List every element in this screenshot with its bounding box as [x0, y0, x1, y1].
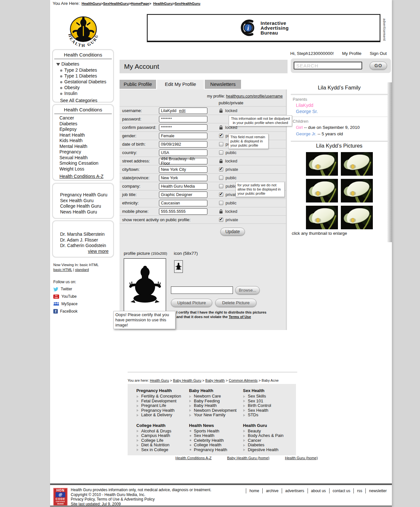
sidebar-subitem[interactable]: Type 2 Diabetes [60, 67, 113, 73]
condition-link[interactable]: Sexual Health [59, 155, 113, 161]
sitemap-link[interactable]: STDs [243, 413, 296, 418]
health-conditions-az-footer-link[interactable]: Health Conditions A-Z [175, 456, 212, 460]
hon-code-badge[interactable]: HON @ CODE CERTIFIED 06/2009 [53, 488, 68, 506]
condition-link[interactable]: Cancer [59, 115, 113, 121]
picture-thumbnail[interactable] [341, 179, 373, 202]
condition-link[interactable]: Mental Health [59, 144, 113, 150]
sitemap-link[interactable]: Sex Health [243, 408, 296, 413]
picture-thumbnail[interactable] [306, 206, 338, 229]
field-input[interactable]: LilaKydd edit [159, 108, 207, 114]
see-all-categories-link[interactable]: See All Categories [60, 98, 97, 103]
field-input[interactable]: 09/09/1982 [159, 141, 207, 148]
profile-icon[interactable] [174, 260, 183, 273]
guru-site-link[interactable]: News Health Guru [60, 209, 113, 215]
baby-health-guru-home-link[interactable]: Baby Health Guru (home) [227, 456, 269, 460]
privacy-checkbox[interactable] [219, 184, 223, 188]
privacy-checkbox[interactable] [219, 142, 223, 146]
profile-picture[interactable] [124, 258, 166, 314]
sitemap-link[interactable]: Baby Feeding [189, 399, 243, 404]
sitemap-breadcrumb-link[interactable]: Health Guru [150, 378, 169, 382]
tab-edit-my-profile[interactable]: Edit My Profile [157, 80, 204, 89]
privacy-checkbox[interactable] [219, 167, 223, 171]
field-input[interactable]: USA [159, 150, 207, 156]
sitemap-link[interactable]: Diet & Nutrition [136, 443, 189, 448]
sitemap-link[interactable]: Your New Family [189, 413, 243, 418]
sitemap-link[interactable]: Diabetes [243, 443, 296, 448]
expand-triangle-icon[interactable] [56, 63, 60, 66]
doctor-link[interactable]: Dr. Adam J. Flisser [60, 237, 113, 243]
field-input[interactable]: Graphic Designer [159, 191, 207, 198]
sidebar-subitem[interactable]: Insulin [60, 90, 113, 96]
update-button[interactable]: Update [220, 228, 245, 236]
sitemap-link[interactable]: Sex Skills [243, 394, 296, 399]
picture-thumbnail[interactable] [341, 206, 373, 229]
condition-link[interactable]: Pregnancy [59, 149, 113, 155]
field-input[interactable]: New York City [159, 166, 207, 173]
profile-url-link[interactable]: healthguru.com/profile/username [226, 94, 283, 98]
sitemap-link[interactable]: Celebrity Health [189, 438, 243, 443]
tab-public-profile[interactable]: Public Profile [120, 80, 156, 89]
family-member-george-jr[interactable]: George Jr. [296, 131, 316, 136]
sitemap-link[interactable]: Newborn Care [189, 394, 243, 399]
doctor-link[interactable]: Dr. Catherin Goodstein [60, 243, 113, 249]
guru-site-link[interactable]: Pregnancy Health Guru [60, 192, 113, 198]
standard-link[interactable]: standard [75, 268, 89, 272]
picture-file-input[interactable] [171, 286, 233, 294]
footer-nav-link[interactable]: home [246, 488, 262, 493]
condition-link[interactable]: Heart Health [59, 132, 113, 138]
sidebar-subitem[interactable]: Type 1 Diabetes [60, 73, 113, 79]
condition-link[interactable]: Kids Health [59, 138, 113, 144]
sidebar-subitem[interactable]: Obesity [60, 85, 113, 90]
privacy-checkbox[interactable] [219, 192, 223, 197]
edit-link[interactable]: edit [179, 109, 185, 113]
picture-thumbnail[interactable] [306, 179, 338, 202]
sitemap-link[interactable]: Cancer [243, 438, 296, 443]
view-more-link[interactable]: view more [53, 249, 113, 254]
breadcrumb-link[interactable]: SexHealthGuru [103, 2, 129, 5]
upload-picture-button[interactable]: Upload Picture [171, 299, 212, 307]
field-input[interactable]: 555.555.5555 [159, 208, 207, 215]
sitemap-link[interactable]: Fertility & Conception [136, 394, 189, 399]
myspace-link[interactable]: MySpace [53, 301, 78, 306]
picture-thumbnail[interactable] [306, 152, 338, 176]
sitemap-link[interactable]: Fetal Development [136, 399, 189, 404]
browse-button[interactable]: Browse... [235, 286, 260, 295]
condition-link[interactable]: Epilepsy [59, 127, 113, 132]
guru-site-link[interactable]: College Health Guru [60, 203, 113, 209]
sign-out-link[interactable]: Sign Out [370, 51, 387, 56]
field-input[interactable]: Health Guru Media [159, 183, 207, 190]
field-input[interactable]: Female [159, 133, 207, 139]
delete-picture-button[interactable]: Delete Picture [215, 299, 257, 307]
twitter-link[interactable]: Twitter [53, 286, 78, 292]
field-input[interactable]: New York [159, 175, 207, 181]
tab-newsletters[interactable]: Newsletters [205, 80, 241, 89]
condition-link[interactable]: Diabetes [59, 121, 113, 127]
breadcrumb-link[interactable]: HealthGuru [82, 2, 101, 5]
sitemap-link[interactable]: College Life [136, 438, 189, 443]
breadcrumb-link[interactable]: SexHealthGuru [175, 2, 200, 5]
field-input[interactable]: ******* [159, 124, 207, 131]
sitemap-breadcrumb-link[interactable]: Baby Health [205, 378, 225, 382]
sitemap-link[interactable]: Baby Health [189, 403, 243, 408]
sitemap-link[interactable]: Newborn Development [189, 408, 243, 413]
facebook-link[interactable]: f FaceBook [53, 309, 78, 314]
footer-nav-link[interactable]: archive [262, 488, 282, 493]
sitemap-link[interactable]: Labor & Delivery [136, 413, 189, 418]
sitemap-link[interactable]: Sex Health [189, 433, 243, 438]
field-input[interactable]: Caucasian [159, 200, 207, 206]
sitemap-link[interactable]: Digestive Health [243, 448, 296, 452]
sitemap-link[interactable]: Beauty [243, 429, 296, 434]
doctor-link[interactable]: Dr. Marsha Silberstein [60, 232, 113, 237]
field-input[interactable]: 494 Broadway--4th Floor [159, 158, 207, 164]
footer-nav-link[interactable]: rss [353, 488, 365, 493]
privacy-checkbox[interactable] [219, 218, 223, 222]
footer-nav-link[interactable]: advertisers [282, 488, 308, 493]
family-member-girl[interactable]: Girl [296, 125, 303, 130]
health-conditions-az-link[interactable]: Health Conditions A-Z [59, 174, 103, 179]
sitemap-breadcrumb-link[interactable]: Baby Acne [262, 378, 279, 382]
health-guru-logo[interactable]: HEALTH GURU [64, 16, 103, 48]
footer-policies[interactable]: Privacy Policy, Terms of Use & Advertisi… [71, 497, 211, 502]
health-guru-home-link[interactable]: Health Guru (home) [285, 456, 318, 460]
footer-nav-link[interactable]: contact us [329, 488, 354, 493]
picture-thumbnail[interactable] [341, 152, 373, 176]
